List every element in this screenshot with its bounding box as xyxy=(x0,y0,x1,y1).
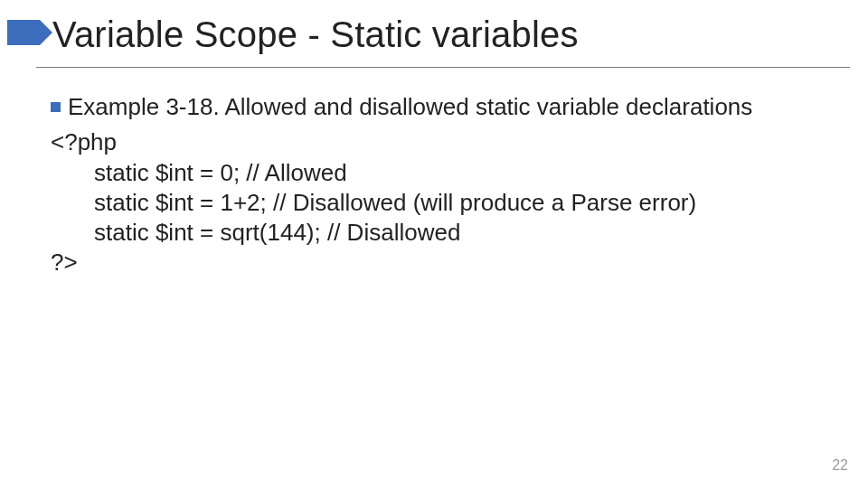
accent-arrow-icon xyxy=(40,20,52,45)
bullet-text: Example 3-18. Allowed and disallowed sta… xyxy=(68,92,752,122)
bullet-item: Example 3-18. Allowed and disallowed sta… xyxy=(51,92,832,122)
slide-body: Example 3-18. Allowed and disallowed sta… xyxy=(51,92,832,278)
code-line-3: static $int = sqrt(144); // Disallowed xyxy=(51,218,832,248)
code-block: <?php static $int = 0; // Allowed static… xyxy=(51,127,832,277)
slide: Variable Scope - Static variables Exampl… xyxy=(0,0,868,488)
title-rule xyxy=(36,67,850,68)
code-line-close: ?> xyxy=(51,248,832,277)
code-line-open: <?php xyxy=(51,127,832,157)
page-number: 22 xyxy=(832,457,848,474)
slide-title: Variable Scope - Static variables xyxy=(52,14,579,55)
accent-bar xyxy=(7,20,40,45)
bullet-square-icon xyxy=(51,102,61,112)
code-line-2: static $int = 1+2; // Disallowed (will p… xyxy=(51,188,832,218)
code-line-1: static $int = 0; // Allowed xyxy=(51,158,832,188)
